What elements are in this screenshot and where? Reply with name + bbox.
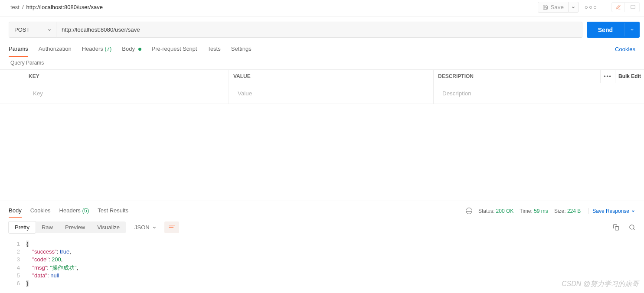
json-key: "success" [32,248,56,255]
line-number: 1 [16,240,26,248]
save-label: Save [550,4,563,10]
chevron-down-icon [152,225,157,230]
globe-icon[interactable] [466,208,472,214]
resp-tab-headers[interactable]: Headers (5) [59,205,89,217]
tab-headers-label: Headers [82,46,103,52]
status-value: 200 OK [496,208,514,214]
response-tabs: Body Cookies Headers (5) Test Results St… [0,201,644,217]
tab-authorization[interactable]: Authorization [39,42,72,56]
view-tab-pretty[interactable]: Pretty [9,221,36,233]
breadcrumb-separator: / [22,4,24,10]
tab-header: test / http://localhost:8080/user/save S… [0,0,644,16]
line-number: 2 [16,248,26,256]
tab-prerequest[interactable]: Pre-request Script [152,42,197,56]
view-tab-visualize[interactable]: Visualize [91,221,126,233]
send-button[interactable]: Send [587,22,640,38]
cookies-link[interactable]: Cookies [615,42,635,56]
line-number: 3 [16,256,26,264]
tab-tests[interactable]: Tests [207,42,220,56]
search-icon[interactable] [629,224,635,231]
resp-tab-body[interactable]: Body [9,205,22,217]
svg-line-3 [633,228,634,230]
time-label: Time: [520,208,533,214]
col-value-header: VALUE [229,70,434,83]
breadcrumb-collection[interactable]: test [10,4,20,10]
chevron-down-icon [43,23,56,36]
view-tab-raw[interactable]: Raw [36,221,59,233]
save-icon [543,4,548,10]
svg-rect-1 [615,227,619,230]
method-label: POST [9,22,43,37]
save-dropdown-button[interactable] [569,2,579,13]
size-value: 224 B [567,208,581,214]
status-label: Status: [478,208,494,214]
query-params-label: Query Params [0,56,644,69]
send-label: Send [587,22,624,38]
tab-headers[interactable]: Headers (7) [82,42,112,56]
body-indicator-dot [138,48,141,51]
copy-icon[interactable] [613,224,619,231]
view-icons-right [613,224,635,231]
bulk-edit-button[interactable]: Bulk Edit [615,70,644,83]
chevron-down-icon [631,209,635,213]
col-desc-header: DESCRIPTION [434,70,601,83]
format-label: JSON [134,224,150,231]
tab-body[interactable]: Body [122,42,141,56]
line-number: 6 [16,280,26,287]
json-key: "data" [32,272,47,279]
chevron-down-icon[interactable] [624,23,640,36]
resp-tab-headers-count: (5) [82,207,89,214]
json-key: "msg" [32,264,47,271]
svg-rect-0 [631,5,635,9]
save-response-label: Save Response [592,208,629,214]
more-options-button[interactable]: ○○○ [581,2,601,12]
breadcrumb-request[interactable]: http://localhost:8080/user/save [26,4,103,10]
params-table: KEY VALUE DESCRIPTION ••• Bulk Edit [0,69,644,104]
resp-tab-headers-label: Headers [59,207,81,214]
json-value: null [50,272,59,279]
save-response-button[interactable]: Save Response [588,208,635,214]
view-mode-group: Pretty Raw Preview Visualize [9,221,126,233]
table-header: KEY VALUE DESCRIPTION ••• Bulk Edit [0,70,644,83]
method-select[interactable]: POST [9,22,56,38]
format-select[interactable]: JSON [130,221,161,233]
resp-tab-testresults[interactable]: Test Results [98,205,128,217]
comment-icon[interactable] [627,3,639,12]
request-row: POST Send [0,16,644,42]
col-drag-spacer [0,70,24,83]
key-input[interactable] [29,87,224,100]
resp-tab-cookies[interactable]: Cookies [30,205,51,217]
tab-settings[interactable]: Settings [231,42,252,56]
json-value: "操作成功" [50,264,76,271]
tab-headers-count: (7) [105,46,111,52]
save-button[interactable]: Save [538,2,568,13]
size-label: Size: [554,208,566,214]
view-tab-preview[interactable]: Preview [59,221,91,233]
table-row [0,83,644,104]
url-input[interactable] [56,22,582,38]
json-value: 200 [52,256,61,263]
value-input[interactable] [233,87,429,100]
line-number: 5 [16,272,26,280]
response-status: Status: 200 OK Time: 59 ms Size: 224 B S… [466,208,635,214]
header-actions: Save ○○○ [538,2,640,13]
tab-icon-group [611,2,640,12]
desc-input[interactable] [438,87,640,100]
time-value: 59 ms [534,208,548,214]
tab-body-label: Body [122,46,135,52]
response-body-code[interactable]: 1{ 2 "success": true, 3 "code": 200, 4 "… [0,238,644,293]
json-key: "code" [32,256,48,263]
col-options-button[interactable]: ••• [601,70,615,83]
wrap-icon [169,225,175,229]
svg-point-2 [630,225,634,229]
view-row: Pretty Raw Preview Visualize JSON [0,217,644,238]
line-number: 4 [16,264,26,272]
row-drag-handle[interactable] [0,83,24,104]
chevron-down-icon [571,5,575,10]
col-key-header: KEY [24,70,229,83]
breadcrumb: test / http://localhost:8080/user/save [10,4,103,10]
wrap-lines-button[interactable] [164,221,179,233]
tab-params[interactable]: Params [9,42,28,56]
edit-icon[interactable] [612,3,625,12]
request-tabs: Params Authorization Headers (7) Body Pr… [0,42,644,56]
